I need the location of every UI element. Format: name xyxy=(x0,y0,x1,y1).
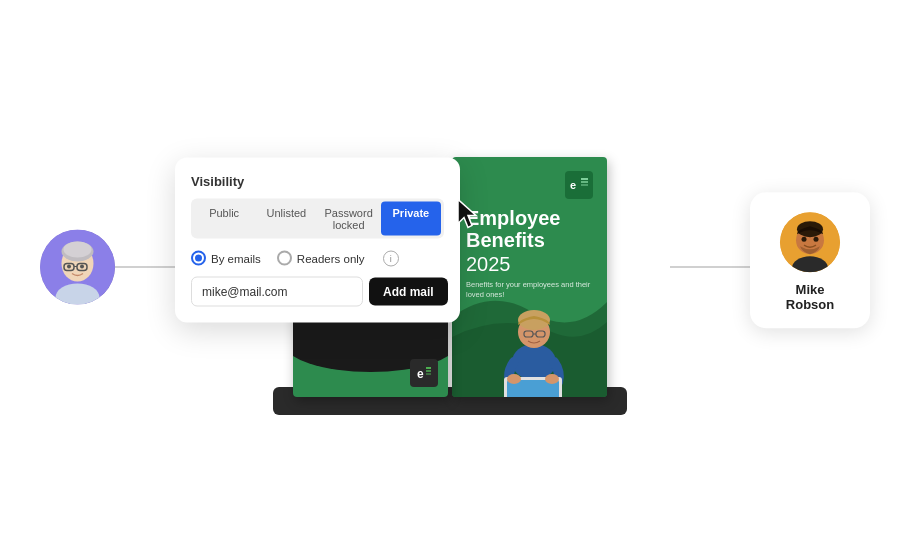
radio-by-emails[interactable]: By emails xyxy=(191,251,261,266)
book-right-header: e xyxy=(466,171,593,199)
avatar-right-image xyxy=(780,212,840,272)
book-right-wave xyxy=(452,257,607,397)
email-input[interactable] xyxy=(191,276,363,306)
svg-point-9 xyxy=(80,264,84,268)
radio-by-emails-circle xyxy=(191,251,206,266)
svg-point-33 xyxy=(802,236,807,241)
tab-unlisted[interactable]: Unlisted xyxy=(256,201,316,235)
cursor-pointer xyxy=(454,197,482,233)
radio-readers-only-label: Readers only xyxy=(297,252,365,264)
add-mail-button[interactable]: Add mail xyxy=(369,277,448,305)
scene: Employee Training Manual FINANCE TRAININ… xyxy=(0,0,900,533)
svg-point-4 xyxy=(64,241,92,257)
svg-point-28 xyxy=(545,374,559,384)
book-right: e Employee Benefits 2025 Benefits for yo… xyxy=(452,157,607,397)
tab-private[interactable]: Private xyxy=(381,201,441,235)
radio-readers-only-circle xyxy=(277,251,292,266)
radio-by-emails-label: By emails xyxy=(211,252,261,264)
mike-robson-name: Mike Robson xyxy=(774,282,846,312)
svg-point-34 xyxy=(814,236,819,241)
svg-text:e: e xyxy=(570,179,576,191)
radio-readers-only[interactable]: Readers only xyxy=(277,251,365,266)
radio-group: By emails Readers only i xyxy=(191,250,444,266)
info-icon[interactable]: i xyxy=(383,250,399,266)
avatar-left xyxy=(40,229,115,304)
avatar-right-card: Mike Robson xyxy=(750,192,870,328)
svg-point-8 xyxy=(67,264,71,268)
svg-text:e: e xyxy=(417,367,424,381)
book-right-title: Employee Benefits xyxy=(466,207,593,251)
visibility-title: Visibility xyxy=(191,173,444,188)
visibility-tabs: Public Unlisted Password locked Private xyxy=(191,198,444,238)
visibility-panel: Visibility Public Unlisted Password lock… xyxy=(175,157,460,322)
tab-password-locked[interactable]: Password locked xyxy=(319,201,379,235)
book-left-footer-logo: e xyxy=(410,359,438,387)
tab-public[interactable]: Public xyxy=(194,201,254,235)
svg-point-27 xyxy=(507,374,521,384)
email-input-row: Add mail xyxy=(191,276,444,306)
avatar-left-image xyxy=(40,229,115,304)
book-right-logo: e xyxy=(565,171,593,199)
